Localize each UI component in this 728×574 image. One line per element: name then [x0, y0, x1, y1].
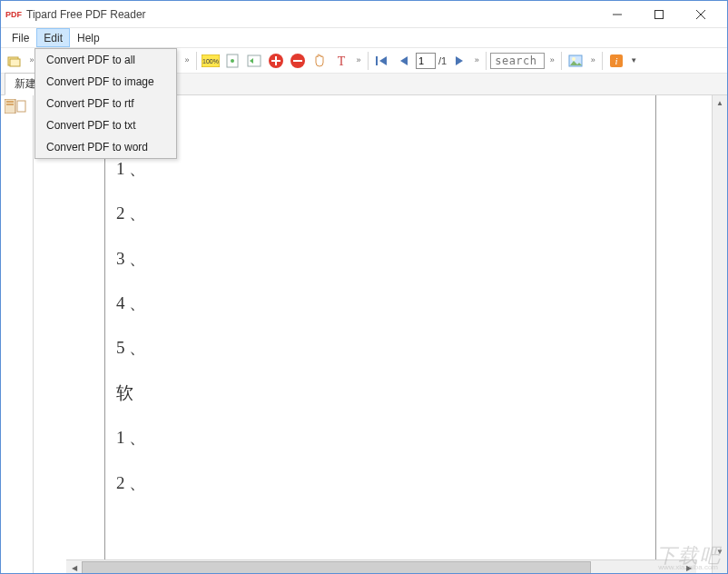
toolbar-separator — [368, 52, 369, 70]
text-select-icon[interactable]: T — [331, 51, 351, 71]
toolbar-overflow-5[interactable]: » — [546, 58, 557, 63]
prev-page-icon[interactable] — [394, 51, 414, 71]
first-page-icon[interactable] — [372, 51, 392, 71]
menu-convert-txt[interactable]: Convert PDF to txt — [35, 114, 176, 136]
titlebar: PDF Tipard Free PDF Reader — [1, 1, 727, 28]
toolbar-overflow-4[interactable]: » — [471, 58, 482, 63]
next-page-icon[interactable] — [449, 51, 469, 71]
toolbar-overflow-2[interactable]: » — [182, 58, 192, 63]
svg-rect-23 — [6, 101, 14, 103]
sidebar — [1, 95, 34, 574]
vertical-scrollbar[interactable]: ▲ ▼ — [712, 95, 727, 574]
menu-file[interactable]: File — [5, 28, 36, 47]
toolbar-overflow-6[interactable]: » — [587, 58, 598, 63]
document-page: ww.pc0359.cn 软 1 、 2 、 3 、 4 、 5 、 软 1 、… — [104, 95, 656, 574]
zoom-out-icon[interactable] — [288, 51, 308, 71]
vscroll-up-icon[interactable]: ▲ — [713, 95, 727, 111]
info-dropdown-arrow[interactable]: ▼ — [628, 56, 639, 64]
menu-convert-all[interactable]: Convert PDF to all — [35, 49, 176, 71]
snapshot-icon[interactable] — [566, 51, 585, 71]
window-title: Tipard Free PDF Reader — [26, 8, 596, 21]
doc-line: 2 、 — [114, 191, 646, 235]
menu-convert-word[interactable]: Convert PDF to word — [35, 136, 176, 158]
toolbar-separator — [486, 52, 487, 70]
document-viewport[interactable]: ww.pc0359.cn 软 1 、 2 、 3 、 4 、 5 、 软 1 、… — [34, 95, 712, 574]
doc-line: 3 、 — [114, 236, 646, 281]
zoom-in-icon[interactable] — [266, 51, 286, 71]
zoom-100-icon[interactable]: 100% — [201, 51, 221, 71]
doc-line: 软 — [114, 371, 646, 415]
vscroll-down-icon[interactable]: ▼ — [713, 544, 727, 559]
svg-rect-17 — [376, 56, 378, 65]
menu-help[interactable]: Help — [70, 28, 107, 47]
menu-convert-image[interactable]: Convert PDF to image — [35, 71, 176, 93]
maximize-button[interactable] — [638, 2, 680, 27]
svg-rect-24 — [6, 104, 14, 105]
menu-convert-rtf[interactable]: Convert PDF to rtf — [35, 93, 176, 114]
svg-rect-1 — [655, 10, 664, 18]
doc-line: 4 、 — [114, 281, 646, 325]
toolbar-separator — [561, 52, 562, 70]
page-total: /1 — [438, 55, 448, 66]
svg-point-9 — [231, 59, 234, 63]
doc-line: 软 — [114, 101, 646, 145]
window-controls — [596, 2, 722, 27]
menubar: File Edit Help — [1, 28, 727, 48]
svg-text:i: i — [615, 55, 618, 66]
hscroll-left-icon[interactable]: ◀ — [66, 564, 82, 572]
fit-width-icon[interactable] — [244, 51, 264, 71]
page-number-input[interactable] — [416, 53, 436, 69]
thumbnail-panel-icon[interactable] — [5, 99, 26, 115]
toolbar-separator — [602, 52, 603, 70]
toolbar-separator — [196, 52, 197, 70]
svg-text:100%: 100% — [202, 58, 219, 64]
hand-tool-icon[interactable] — [310, 51, 330, 71]
search-input[interactable] — [490, 53, 545, 69]
svg-rect-25 — [17, 101, 25, 112]
hscroll-right-icon[interactable]: ▶ — [681, 564, 696, 572]
minimize-button[interactable] — [596, 2, 638, 27]
hscroll-thumb[interactable] — [82, 561, 591, 574]
close-button[interactable] — [680, 2, 722, 27]
workspace: ww.pc0359.cn 软 1 、 2 、 3 、 4 、 5 、 软 1 、… — [1, 95, 727, 574]
edit-menu-dropdown: Convert PDF to all Convert PDF to image … — [34, 48, 177, 159]
doc-line: 1 、 — [114, 146, 646, 191]
hscroll-track[interactable] — [82, 560, 681, 574]
menu-edit[interactable]: Edit — [36, 28, 70, 47]
doc-line: 1 、 — [114, 415, 646, 460]
doc-line: 5 、 — [114, 325, 646, 370]
svg-rect-5 — [10, 59, 20, 66]
svg-text:T: T — [338, 54, 346, 67]
horizontal-scrollbar[interactable]: ◀ ▶ — [66, 559, 696, 574]
app-icon: PDF — [6, 7, 21, 22]
open-icon[interactable] — [5, 51, 25, 71]
fit-page-icon[interactable] — [222, 51, 242, 71]
info-icon[interactable]: i — [606, 51, 626, 71]
doc-line: 2 、 — [114, 460, 646, 505]
svg-point-19 — [572, 57, 576, 61]
toolbar-overflow-3[interactable]: » — [353, 58, 364, 63]
